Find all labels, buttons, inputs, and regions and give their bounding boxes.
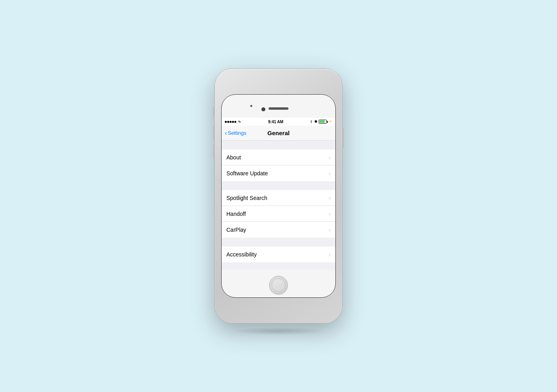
settings-list: About › Software Update › Spotlight Sear… <box>222 141 335 270</box>
section-spacer-3 <box>222 238 335 246</box>
row-spotlight-search[interactable]: Spotlight Search › <box>222 190 335 206</box>
signal-dot-5 <box>234 121 236 123</box>
signal-dot-2 <box>227 121 229 123</box>
row-accessibility-label: Accessibility <box>226 251 329 258</box>
row-carplay[interactable]: CarPlay › <box>222 222 335 238</box>
signal-dot-1 <box>225 121 227 123</box>
row-about-chevron-icon: › <box>329 154 331 161</box>
back-label: Settings <box>228 130 246 136</box>
screen: ∿ 9:41 AM ☾ ✱ ⚡ <box>222 118 335 270</box>
wifi-icon: ∿ <box>238 120 241 124</box>
front-camera <box>261 107 265 111</box>
row-handoff[interactable]: Handoff › <box>222 206 335 222</box>
battery-tip <box>327 121 328 123</box>
signal-dot-3 <box>230 121 232 123</box>
status-right: ☾ ✱ ⚡ <box>310 120 332 124</box>
status-bar: ∿ 9:41 AM ☾ ✱ ⚡ <box>222 118 335 126</box>
do-not-disturb-icon: ☾ <box>310 120 313 124</box>
home-button[interactable] <box>269 276 288 294</box>
phone-screen-frame: ∿ 9:41 AM ☾ ✱ ⚡ <box>221 94 336 298</box>
row-accessibility[interactable]: Accessibility › <box>222 246 335 262</box>
row-handoff-chevron-icon: › <box>329 211 331 217</box>
volume-up-button[interactable] <box>213 126 215 141</box>
signal-indicator <box>225 121 236 123</box>
back-button[interactable]: ‹ Settings <box>225 130 246 136</box>
row-software-update-chevron-icon: › <box>329 170 331 177</box>
row-spotlight-search-label: Spotlight Search <box>226 195 329 201</box>
row-about-label: About <box>226 154 329 161</box>
earpiece-speaker <box>269 107 288 110</box>
volume-down-button[interactable] <box>213 144 215 159</box>
back-chevron-icon: ‹ <box>225 130 227 136</box>
section-group-1: About › Software Update › <box>222 149 335 181</box>
row-software-update-label: Software Update <box>226 170 329 177</box>
row-carplay-chevron-icon: › <box>329 227 331 233</box>
signal-dot-4 <box>232 121 234 123</box>
battery-indicator: ⚡ <box>319 120 332 124</box>
status-left: ∿ <box>225 120 241 124</box>
row-accessibility-chevron-icon: › <box>329 251 331 258</box>
phone-frame: ∿ 9:41 AM ☾ ✱ ⚡ <box>215 69 342 323</box>
phone-shadow <box>231 327 326 335</box>
row-about[interactable]: About › <box>222 149 335 165</box>
sensor-dot <box>250 105 252 107</box>
row-spotlight-chevron-icon: › <box>329 195 331 201</box>
charging-icon: ⚡ <box>329 120 332 123</box>
section-group-2: Spotlight Search › Handoff › CarPlay › <box>222 190 335 238</box>
navigation-bar: ‹ Settings General <box>222 126 335 141</box>
mute-switch[interactable] <box>213 107 215 116</box>
section-spacer-1 <box>222 141 335 149</box>
section-group-3: Accessibility › <box>222 246 335 262</box>
nav-title: General <box>267 130 290 136</box>
battery-body <box>319 120 327 124</box>
row-handoff-label: Handoff <box>226 211 329 217</box>
row-software-update[interactable]: Software Update › <box>222 165 335 181</box>
row-carplay-label: CarPlay <box>226 227 329 233</box>
section-spacer-2 <box>222 181 335 190</box>
home-button-inner <box>272 278 285 292</box>
section-spacer-4 <box>222 262 335 270</box>
status-time: 9:41 AM <box>268 120 283 124</box>
bluetooth-icon: ✱ <box>314 120 317 124</box>
power-button[interactable] <box>342 128 344 148</box>
battery-fill <box>319 120 325 123</box>
